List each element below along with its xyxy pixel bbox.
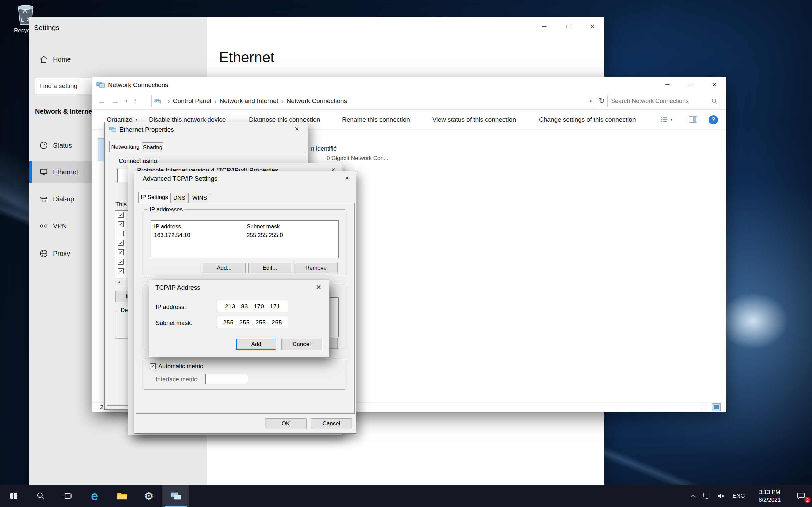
settings-app-button[interactable]: ⚙: [135, 485, 162, 507]
up-icon[interactable]: ↑: [133, 97, 137, 105]
address-bar[interactable]: › Control Panel › Network and Internet ›…: [151, 95, 595, 107]
breadcrumb-control-panel[interactable]: Control Panel: [173, 97, 211, 105]
desktop-screen: Recycle Bin Settings ─ □ × Home Find a s…: [0, 0, 812, 507]
ip-address-cell[interactable]: 163.172.54.10: [154, 232, 190, 239]
start-button[interactable]: [0, 485, 27, 507]
tab-ip-settings[interactable]: IP Settings: [138, 192, 170, 203]
task-view-button[interactable]: [54, 485, 81, 507]
system-tray: ENG 3:13 PM 8/2/2021 2: [686, 485, 812, 507]
protocol-item-checkbox[interactable]: ✓: [118, 268, 123, 274]
refresh-icon[interactable]: ↻: [599, 97, 605, 105]
close-icon[interactable]: ×: [703, 77, 726, 93]
protocol-item-checkbox[interactable]: ✓: [118, 249, 123, 255]
settings-page-title: Ethernet: [219, 49, 274, 66]
scroll-left-icon[interactable]: ◀: [115, 278, 123, 285]
tray-volume-button[interactable]: [714, 485, 728, 507]
ok-button[interactable]: OK: [265, 418, 306, 429]
close-icon[interactable]: ×: [345, 175, 349, 181]
windows-logo-icon: [9, 492, 18, 500]
large-icons-toggle-icon[interactable]: [711, 403, 720, 411]
tab-wins[interactable]: WINS: [188, 193, 211, 203]
clock-time: 3:13 PM: [759, 488, 780, 496]
sidebar-item-label: Proxy: [53, 250, 70, 258]
crumb-separator-icon: ›: [278, 97, 287, 105]
automatic-metric-checkbox[interactable]: ✓: [150, 363, 156, 369]
breadcrumb-network-and-internet[interactable]: Network and Internet: [219, 97, 278, 105]
back-icon[interactable]: ←: [98, 96, 106, 106]
settings-window-controls: ─ □ ×: [532, 17, 604, 36]
ip-add-button[interactable]: Add...: [203, 263, 246, 273]
tray-network-button[interactable]: [700, 485, 714, 507]
dialog-title: Ethernet Properties: [119, 126, 174, 133]
notification-badge: 2: [804, 496, 811, 504]
home-icon: [39, 55, 48, 64]
sidebar-item-label: VPN: [53, 222, 67, 230]
minimize-icon[interactable]: ─: [656, 77, 679, 93]
interface-metric-field[interactable]: [205, 374, 248, 384]
ip-addresses-list[interactable]: IP address Subnet mask 163.172.54.10 255…: [151, 221, 339, 258]
subnet-mask-input[interactable]: 255 . 255 . 255 . 255: [217, 317, 289, 328]
dialog-title: TCP/IP Address: [155, 284, 200, 291]
change-settings-button[interactable]: Change settings of this connection: [539, 110, 636, 130]
protocol-item-checkbox[interactable]: ✓: [118, 240, 123, 246]
tab-sharing[interactable]: Sharing: [142, 143, 163, 153]
protocol-item-checkbox[interactable]: ✓: [118, 222, 123, 227]
protocol-item-checkbox[interactable]: ✓: [118, 212, 123, 218]
sidebar-item-label: Status: [53, 142, 72, 150]
edge-browser-button[interactable]: e: [81, 485, 108, 507]
view-options-button[interactable]: ▼: [660, 110, 673, 130]
close-icon[interactable]: ×: [316, 283, 321, 291]
close-icon[interactable]: ×: [580, 17, 604, 36]
ip-address-input[interactable]: 213 . 83 . 170 . 171: [217, 301, 289, 312]
tray-overflow-button[interactable]: [686, 485, 700, 507]
ethernet-icon: [39, 167, 48, 177]
ip-remove-button[interactable]: Remove: [294, 263, 338, 273]
tab-networking[interactable]: Networking: [109, 141, 141, 153]
sidebar-item-home[interactable]: Home: [29, 49, 207, 70]
folder-icon: [117, 492, 127, 500]
preview-pane-button[interactable]: [689, 110, 698, 130]
network-connections-app-button[interactable]: [162, 485, 189, 507]
maximize-icon[interactable]: □: [679, 77, 703, 93]
nc-address-row: ← → ▼ ↑ › Control Panel › Network and In…: [93, 93, 726, 110]
protocol-item-checkbox[interactable]: [118, 231, 123, 236]
cancel-button[interactable]: Cancel: [282, 339, 322, 350]
protocol-item-checkbox[interactable]: ✓: [118, 259, 123, 265]
minimize-icon[interactable]: ─: [532, 17, 556, 36]
selected-adapter-highlight[interactable]: [98, 138, 104, 161]
gear-icon: ⚙: [144, 491, 154, 501]
subnet-mask-cell[interactable]: 255.255.255.0: [247, 232, 283, 239]
breadcrumb-network-connections[interactable]: Network Connections: [287, 97, 347, 105]
sidebar-item-label: Ethernet: [53, 168, 79, 176]
ip-edit-button[interactable]: Edit...: [248, 263, 292, 273]
ethernet-adapter-icon: [109, 126, 116, 134]
action-center-button[interactable]: 2: [790, 485, 812, 507]
file-explorer-button[interactable]: [108, 485, 135, 507]
close-icon[interactable]: ×: [295, 125, 299, 133]
add-button[interactable]: Add: [236, 339, 276, 350]
adapter-name-fragment: n identifié: [311, 146, 337, 153]
network-connections-icon: [97, 81, 105, 90]
tcpip-address-dialog: TCP/IP Address × IP address: 213 . 83 . …: [149, 280, 329, 357]
view-status-button[interactable]: View status of this connection: [433, 110, 516, 130]
status-icon: [39, 141, 48, 150]
automatic-metric-label: Automatic metric: [158, 363, 203, 370]
maximize-icon[interactable]: □: [556, 17, 580, 36]
settings-search-box[interactable]: Find a setting: [35, 78, 93, 95]
metric-group: ✓ Automatic metric Interface metric:: [144, 359, 345, 390]
taskbar-search-button[interactable]: [27, 485, 54, 507]
rename-connection-button[interactable]: Rename this connection: [342, 110, 410, 130]
address-dropdown-icon[interactable]: ▼: [589, 99, 592, 103]
help-button[interactable]: ?: [709, 110, 718, 130]
forward-icon[interactable]: →: [111, 96, 119, 106]
clock[interactable]: 3:13 PM 8/2/2021: [749, 485, 790, 507]
address-location-icon: [154, 98, 161, 104]
cancel-button[interactable]: Cancel: [310, 418, 352, 429]
nc-search-box[interactable]: Search Network Connections: [607, 95, 721, 107]
edge-icon: e: [91, 490, 98, 502]
details-view-toggle-icon[interactable]: [700, 404, 709, 412]
settings-window-title: Settings: [34, 24, 59, 32]
language-indicator[interactable]: ENG: [728, 485, 749, 507]
tab-dns[interactable]: DNS: [170, 193, 188, 203]
recent-pages-dropdown-icon[interactable]: ▼: [124, 99, 128, 103]
